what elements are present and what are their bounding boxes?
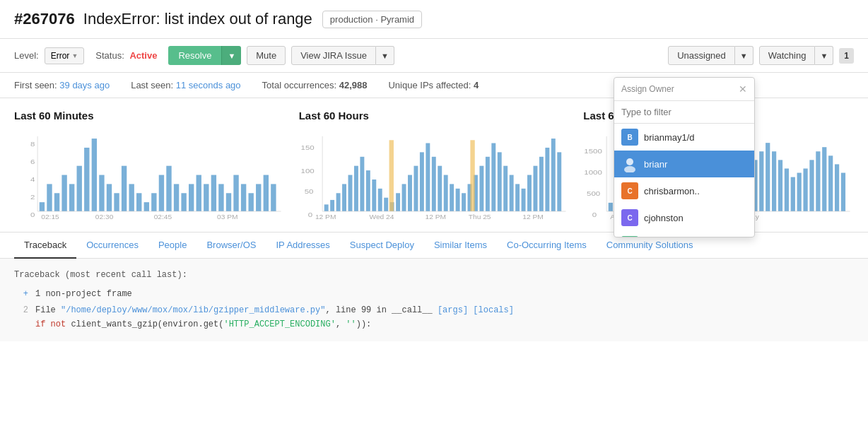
svg-rect-81 xyxy=(515,184,520,211)
svg-text:12 PM: 12 PM xyxy=(522,213,544,220)
svg-rect-55 xyxy=(360,157,364,211)
total-occurrences: Total occurrences: 42,988 xyxy=(262,80,368,90)
svg-rect-29 xyxy=(204,184,209,211)
list-item[interactable]: B brianmay1/d xyxy=(614,124,754,151)
avatar xyxy=(621,155,638,172)
watching-button-group: Watching ▼ xyxy=(759,46,834,65)
unassigned-dropdown-arrow[interactable]: ▼ xyxy=(735,46,753,65)
svg-text:0: 0 xyxy=(592,210,597,218)
svg-rect-32 xyxy=(226,193,231,211)
svg-text:Thu 25: Thu 25 xyxy=(468,213,491,220)
tab-co-occurring-items[interactable]: Co-Occurring Items xyxy=(497,233,597,259)
watch-count-badge: 1 xyxy=(839,48,854,64)
traceback-line: + 1 non-project frame xyxy=(14,288,854,301)
svg-rect-23 xyxy=(159,175,164,211)
svg-text:03 PM: 03 PM xyxy=(217,213,238,220)
svg-rect-89 xyxy=(389,140,393,211)
args-link[interactable]: [args] xyxy=(438,305,468,315)
chart-60-minutes: Last 60 Minutes 0 2 4 6 8 02:15 02:30 02… xyxy=(14,110,285,220)
first-seen: First seen: 39 days ago xyxy=(14,80,110,90)
svg-rect-127 xyxy=(766,143,770,211)
traceback-header: Traceback (most recent call last): xyxy=(14,269,854,282)
list-item[interactable]: C cjohnston xyxy=(614,204,754,231)
avatar: C xyxy=(621,182,638,199)
jira-dropdown-arrow[interactable]: ▼ xyxy=(376,46,394,65)
svg-rect-82 xyxy=(521,189,525,211)
watching-dropdown-arrow[interactable]: ▼ xyxy=(815,46,833,65)
tab-occurrences[interactable]: Occurrences xyxy=(76,233,148,259)
svg-rect-133 xyxy=(804,168,808,211)
svg-rect-102 xyxy=(609,203,613,211)
line-number: + xyxy=(14,288,28,301)
svg-rect-58 xyxy=(377,189,382,211)
chevron-down-icon: ▼ xyxy=(228,52,235,60)
svg-rect-70 xyxy=(450,184,454,211)
tab-similar-items[interactable]: Similar Items xyxy=(424,233,497,259)
tab-traceback[interactable]: Traceback xyxy=(14,233,76,259)
svg-rect-9 xyxy=(54,193,59,211)
chevron-down-icon: ▼ xyxy=(740,52,748,60)
tab-ip-addresses[interactable]: IP Addresses xyxy=(266,233,339,259)
svg-text:50: 50 xyxy=(304,187,313,195)
level-dropdown[interactable]: Error ▼ xyxy=(45,47,85,64)
page-title: #267076 IndexError: list index out of ra… xyxy=(14,10,312,28)
traceback-code-line: if not client_wants_gzip(environ.get('HT… xyxy=(35,318,371,331)
svg-rect-66 xyxy=(426,143,430,211)
svg-rect-35 xyxy=(248,193,253,211)
svg-rect-136 xyxy=(823,147,827,211)
list-item[interactable]: brianr xyxy=(614,151,754,177)
close-icon[interactable]: ✕ xyxy=(739,83,747,95)
svg-rect-20 xyxy=(136,193,141,211)
svg-rect-79 xyxy=(503,166,508,211)
svg-rect-137 xyxy=(828,155,833,211)
locals-link[interactable]: [locals] xyxy=(473,305,514,315)
svg-rect-139 xyxy=(841,173,845,211)
svg-text:0: 0 xyxy=(307,210,312,218)
tab-suspect-deploy[interactable]: Suspect Deploy xyxy=(340,233,424,259)
traceback-expand[interactable]: 1 non-project frame xyxy=(35,288,132,301)
svg-rect-34 xyxy=(241,184,246,211)
traceback-file-line: File "/home/deploy/www/mox/mox/lib/gzipp… xyxy=(35,304,514,317)
traceback-panel: Traceback (most recent call last): + 1 n… xyxy=(0,259,868,341)
list-item[interactable]: D dsmith xyxy=(614,231,754,237)
assign-filter-input[interactable] xyxy=(614,101,754,124)
svg-rect-138 xyxy=(835,164,839,211)
view-jira-button[interactable]: View JIRA Issue xyxy=(291,46,376,65)
svg-rect-80 xyxy=(509,175,513,211)
watching-button[interactable]: Watching xyxy=(759,46,816,65)
svg-rect-63 xyxy=(408,175,412,211)
svg-text:150: 150 xyxy=(300,143,314,151)
resolve-dropdown-arrow[interactable]: ▼ xyxy=(221,46,241,65)
svg-rect-69 xyxy=(443,175,447,211)
last-seen-link[interactable]: 11 seconds ago xyxy=(176,80,241,90)
list-item[interactable]: C chrisbarmon.. xyxy=(614,177,754,204)
unique-ips: Unique IPs affected: 4 xyxy=(388,80,479,90)
traceback-line: 2 File "/home/deploy/www/mox/mox/lib/gzi… xyxy=(14,304,854,317)
tab-people[interactable]: People xyxy=(148,233,197,259)
tab-browser-os[interactable]: Browser/OS xyxy=(197,233,266,259)
filepath-link[interactable]: "/home/deploy/www/mox/mox/lib/gzipper_mi… xyxy=(61,305,325,315)
svg-rect-68 xyxy=(438,166,442,211)
page-header: #267076 IndexError: list index out of ra… xyxy=(0,0,868,39)
svg-text:12 PM: 12 PM xyxy=(425,213,446,220)
svg-rect-54 xyxy=(354,166,358,211)
svg-text:0: 0 xyxy=(30,210,35,218)
svg-rect-24 xyxy=(166,166,171,211)
svg-rect-17 xyxy=(114,193,119,211)
svg-rect-132 xyxy=(797,173,802,211)
resolve-button[interactable]: Resolve xyxy=(168,46,221,65)
chart-svg: 0 2 4 6 8 02:15 02:30 02:45 03 PM xyxy=(14,129,285,220)
first-seen-link[interactable]: 39 days ago xyxy=(59,80,110,90)
environment-badge: production · Pyramid xyxy=(322,11,422,28)
last-seen: Last seen: 11 seconds ago xyxy=(131,80,240,90)
svg-text:6: 6 xyxy=(30,158,35,165)
svg-rect-134 xyxy=(810,160,814,211)
svg-rect-130 xyxy=(785,168,789,211)
chart-title: Last 60 Hours xyxy=(299,110,570,122)
mute-button[interactable]: Mute xyxy=(247,46,286,65)
svg-point-1 xyxy=(624,166,635,172)
svg-rect-12 xyxy=(77,166,82,211)
unassigned-button[interactable]: Unassigned xyxy=(668,46,735,65)
svg-rect-14 xyxy=(92,139,97,211)
svg-rect-62 xyxy=(401,184,406,211)
